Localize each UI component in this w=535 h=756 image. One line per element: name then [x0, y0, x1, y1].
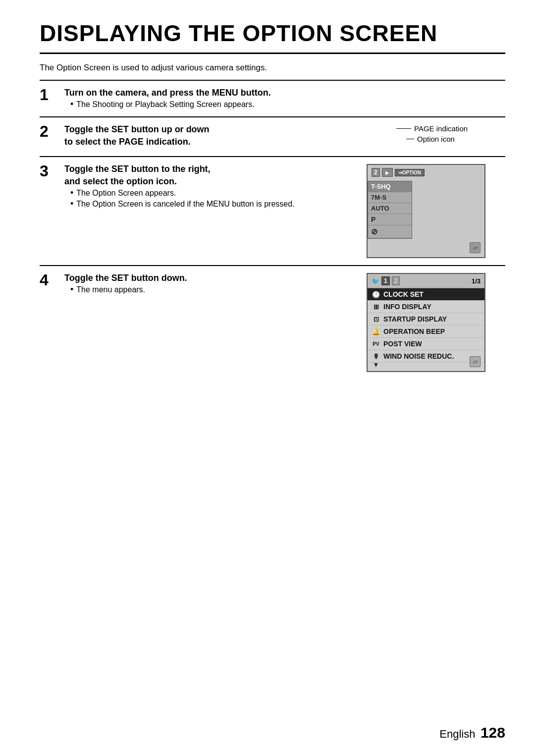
- cam2-menu-postview: PV POST VIEW: [368, 338, 484, 350]
- cam1-menu-item-1: 7M-S: [368, 192, 412, 203]
- step-4-title: Toggle the SET button down.: [64, 273, 367, 283]
- step-3-bullet-1-text: The Option Screen is canceled if the MEN…: [76, 200, 294, 209]
- cam2-clock-label: CLOCK SET: [383, 290, 424, 298]
- cam2-menu-clock: 🕐 CLOCK SET: [368, 288, 484, 301]
- step-3-number: 3: [40, 162, 64, 180]
- camera-screen-1: 2 ▶ ⇒OPTION T-SHQ 7M-S AUTO P ⊘: [367, 164, 485, 258]
- step-3-subtitle: and select the option icon.: [64, 176, 352, 187]
- cam2-page-box: 1: [381, 276, 390, 285]
- step-4-bullet-0: The menu appears.: [70, 285, 367, 295]
- cam2-menu-beep: 🔔 OPERATION BEEP: [368, 325, 484, 338]
- cam1-scroll-btn: ▱: [470, 242, 481, 253]
- cam2-startup-icon: ⊡: [372, 316, 380, 323]
- cam1-menu-list: T-SHQ 7M-S AUTO P ⊘: [368, 181, 412, 239]
- cam2-beep-icon: 🔔: [372, 328, 380, 335]
- footer-page: 128: [481, 724, 505, 741]
- step-2-title: Toggle the SET button up or down: [64, 124, 352, 135]
- cam2-info-icon: ⊞: [372, 303, 380, 311]
- step-1: 1 Turn on the camera, and press the MENU…: [40, 80, 505, 109]
- annotation-option-label: Option icon: [417, 135, 455, 143]
- cam2-page-indicator: 1/3: [472, 277, 481, 285]
- annotation-page: PAGE indication: [396, 124, 468, 133]
- annotation-page-label: PAGE indication: [414, 124, 468, 133]
- step-2: 2 Toggle the SET button up or down to se…: [40, 116, 505, 149]
- step-1-content: Turn on the camera, and press the MENU b…: [64, 88, 505, 109]
- cam2-info-label: INFO DISPLAY: [383, 303, 431, 311]
- cam2-page-box2: 2: [392, 276, 400, 285]
- cam2-wind-label: WIND NOISE REDUC.: [383, 352, 454, 360]
- step-3-content: Toggle the SET button to the right, and …: [64, 164, 505, 258]
- cam2-icons: 🐦 1 2: [372, 276, 400, 285]
- cam2-down-arrow: ▼: [373, 361, 379, 369]
- cam1-page-num: 2: [372, 168, 380, 177]
- cam2-wind-icon: 🎙: [372, 353, 380, 360]
- step-3-diagram: 2 ▶ ⇒OPTION T-SHQ 7M-S AUTO P ⊘: [367, 164, 505, 258]
- cam2-bird-icon: 🐦: [372, 277, 379, 285]
- step-4-content: Toggle the SET button down. The menu app…: [64, 273, 505, 372]
- cam2-top-bar: 🐦 1 2 1/3: [368, 274, 484, 288]
- step-2-subtitle: to select the PAGE indication.: [64, 137, 352, 147]
- step-1-bullet-0: The Shooting or Playback Setting Screen …: [70, 100, 505, 109]
- page-title: DISPLAYING THE OPTION SCREEN: [40, 20, 505, 54]
- cam2-menu-info: ⊞ INFO DISPLAY: [368, 301, 484, 313]
- step-3: 3 Toggle the SET button to the right, an…: [40, 156, 505, 258]
- cam2-startup-label: STARTUP DISPLAY: [383, 315, 447, 323]
- cam1-menu-item-3: P: [368, 214, 412, 225]
- step-4: 4 Toggle the SET button down. The menu a…: [40, 265, 505, 372]
- step-3-bullet-0: The Option Screen appears.: [70, 189, 352, 198]
- step-3-bullet-1: The Option Screen is canceled if the MEN…: [70, 200, 352, 209]
- cam2-beep-label: OPERATION BEEP: [383, 327, 445, 335]
- step-2-content: Toggle the SET button up or down to sele…: [64, 124, 505, 149]
- step-1-number: 1: [40, 86, 64, 104]
- cam1-menu-item-0: T-SHQ: [368, 181, 412, 192]
- step-4-number: 4: [40, 271, 64, 289]
- cam2-pv-icon: PV: [372, 341, 380, 347]
- footer-lang: English: [439, 728, 475, 740]
- cam2-clock-icon: 🕐: [372, 291, 380, 298]
- cam1-top-bar: 2 ▶ ⇒OPTION: [368, 168, 484, 177]
- step-4-diagram: 🐦 1 2 1/3 🕐 CLOCK SET ⊞ INFO: [367, 273, 505, 372]
- cam2-menu-wind: 🎙 WIND NOISE REDUC.: [368, 350, 484, 363]
- cam1-menu-item-2: AUTO: [368, 203, 412, 214]
- cam2-scroll-btn: ▱: [470, 356, 481, 367]
- cam1-option-badge: ⇒OPTION: [395, 169, 425, 176]
- camera-screen-2: 🐦 1 2 1/3 🕐 CLOCK SET ⊞ INFO: [367, 273, 485, 372]
- cam1-menu-item-4: ⊘: [368, 225, 412, 238]
- step-2-number: 2: [40, 122, 64, 141]
- annotation-option: Option icon: [406, 135, 468, 143]
- intro-text: The Option Screen is used to adjust vari…: [40, 63, 505, 73]
- cam2-menu-list: 🕐 CLOCK SET ⊞ INFO DISPLAY ⊡ STARTUP DIS…: [368, 288, 484, 363]
- step-1-title: Turn on the camera, and press the MENU b…: [64, 88, 505, 98]
- step-3-title: Toggle the SET button to the right,: [64, 164, 352, 174]
- step-2-annotations: PAGE indication Option icon: [396, 124, 468, 143]
- page-footer: English 128: [439, 724, 505, 741]
- cam2-pv-label: POST VIEW: [383, 340, 422, 348]
- cam2-menu-startup: ⊡ STARTUP DISPLAY: [368, 313, 484, 325]
- step-2-diagram: PAGE indication Option icon: [367, 124, 505, 146]
- cam1-icon: ▶: [382, 168, 393, 177]
